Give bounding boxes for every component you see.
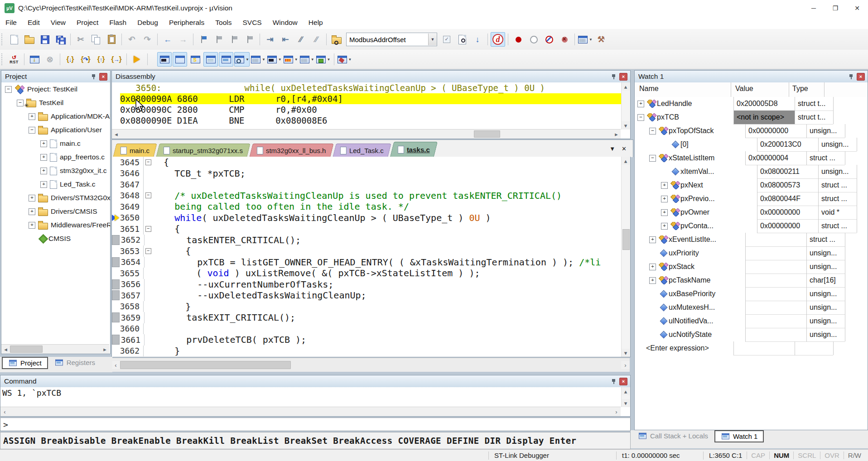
- disassembly-vscrollbar[interactable]: ▴ ▾: [621, 82, 630, 130]
- tab-startup-stm32g071xx-s[interactable]: startup_stm32g071xx.s: [156, 144, 251, 157]
- watch-row-pxtcb[interactable]: −pxTCB<not in scope>struct t...: [635, 110, 868, 124]
- editor-line-3648[interactable]: 3648− /* uxDeletedTasksWaitingCleanUp is…: [112, 190, 622, 202]
- project-tree-item-application-mdk-arm[interactable]: +Application/MDK-ARM: [1, 110, 110, 123]
- close-button[interactable]: ✕: [846, 0, 868, 16]
- editor-line-3658[interactable]: 3658 }: [112, 301, 622, 312]
- indent-button[interactable]: ⇥: [263, 32, 277, 47]
- editor-line-3657[interactable]: 3657 --uxDeletedTasksWaitingCleanUp;: [112, 290, 622, 301]
- watch-row-pxprevio[interactable]: +pxPrevio...0x0800044Fstruct ...: [635, 192, 868, 206]
- tab-led-task-c[interactable]: Led_Task.c: [333, 144, 391, 157]
- toolbar-grip[interactable]: [1, 34, 5, 45]
- editor-line-3654[interactable]: 3654 pxTCB = listGET_OWNER_OF_HEAD_ENTRY…: [112, 257, 622, 268]
- pin-icon[interactable]: [91, 74, 96, 79]
- watch-col-value[interactable]: Value: [735, 85, 753, 93]
- editor-vscrollbar[interactable]: ▴ ▾: [621, 157, 630, 357]
- watch-value[interactable]: 0x00000004: [745, 151, 806, 165]
- watch-value[interactable]: [745, 301, 806, 315]
- fold-collapse-icon[interactable]: −: [145, 226, 151, 232]
- enable-disable-breakpoint-button[interactable]: [526, 32, 541, 47]
- comment-selection-button[interactable]: ∕∕: [294, 32, 308, 47]
- tree-expander-icon[interactable]: +: [40, 140, 47, 147]
- menu-item-edit[interactable]: Edit: [22, 16, 45, 29]
- project-tree-item-application-user[interactable]: −Application/User: [1, 123, 110, 137]
- tree-expander-icon[interactable]: +: [661, 223, 668, 230]
- bookmark-next-button[interactable]: [227, 32, 241, 47]
- watch-value[interactable]: [745, 328, 806, 342]
- tab-close-icon[interactable]: ✕: [622, 145, 627, 152]
- tree-expander-icon[interactable]: +: [40, 181, 47, 188]
- watch-value[interactable]: 0x08000211: [757, 165, 818, 179]
- menu-item-view[interactable]: View: [45, 16, 71, 29]
- tree-expander-icon[interactable]: +: [40, 154, 47, 161]
- scroll-thumb[interactable]: [10, 346, 43, 353]
- save-all-button[interactable]: [53, 32, 68, 47]
- editor-line-3650[interactable]: 3650 while( uxDeletedTasksWaitingCleanUp…: [112, 212, 622, 224]
- tree-expander-icon[interactable]: +: [649, 264, 656, 270]
- tree-expander-icon[interactable]: −: [5, 86, 12, 93]
- fold-collapse-icon[interactable]: −: [145, 248, 151, 254]
- scroll-down-icon[interactable]: ▾: [622, 349, 630, 357]
- scroll-left-icon[interactable]: ‹: [111, 361, 120, 369]
- pin-icon[interactable]: [849, 74, 854, 79]
- watch-value[interactable]: 0x0800044F: [757, 192, 818, 206]
- menu-item-project[interactable]: Project: [71, 16, 104, 29]
- tree-expander-icon[interactable]: −: [29, 127, 35, 134]
- editor-line-3651[interactable]: 3651− {: [112, 223, 622, 235]
- disassembly-line[interactable]: 0x0800090A 6860 LDR r0,[r4,#0x04]: [120, 93, 622, 104]
- editor-hscrollbar[interactable]: ‹ ›: [111, 358, 630, 372]
- minimize-button[interactable]: ─: [803, 0, 825, 16]
- disassembly-hscrollbar[interactable]: ◂ ▸: [112, 129, 621, 139]
- editor-line-3649[interactable]: 3649 being called too often in the idle …: [112, 201, 622, 212]
- watch-value[interactable]: 0x200013C0: [757, 138, 818, 152]
- scroll-left-icon[interactable]: ◂: [1, 345, 10, 353]
- watch-row-ucnotifystate[interactable]: +ucNotifyStateunsign...: [635, 328, 868, 341]
- editor-line-3656[interactable]: 3656 --uxCurrentNumberOfTasks;: [112, 279, 622, 290]
- tree-expander-icon[interactable]: +: [29, 113, 35, 120]
- project-tree-item-project-testkeil[interactable]: −Project: TestKeil: [1, 82, 110, 96]
- watch-col-name[interactable]: Name: [639, 85, 659, 93]
- watch-row-xeventlistite[interactable]: +xEventListIte...struct ...: [635, 233, 868, 246]
- symbol-window-button[interactable]: [188, 52, 203, 67]
- maximize-button[interactable]: ❐: [825, 0, 846, 16]
- tab-project[interactable]: Project: [2, 357, 48, 369]
- disassembly-line[interactable]: 3650: while( uxDeletedTasksWaitingCleanU…: [120, 82, 622, 93]
- tab-list-dropdown-icon[interactable]: ▼: [609, 145, 615, 152]
- fold-margin[interactable]: −: [143, 245, 153, 257]
- navigate-forward-button[interactable]: →: [176, 32, 190, 47]
- watch-value[interactable]: 0x00000000: [757, 206, 818, 220]
- watch-value[interactable]: [745, 233, 806, 247]
- menu-item-peripherals[interactable]: Peripherals: [164, 16, 210, 29]
- fold-margin[interactable]: −: [143, 223, 153, 235]
- tree-expander-icon[interactable]: +: [661, 209, 668, 216]
- menu-item-file[interactable]: File: [0, 16, 22, 29]
- editor-line-3662[interactable]: 3662 }: [112, 346, 622, 357]
- call-stack-window-button[interactable]: [219, 52, 233, 67]
- menu-item-help[interactable]: Help: [303, 16, 328, 29]
- project-tree-item-main-c[interactable]: +main.c: [1, 137, 110, 150]
- scroll-thumb[interactable]: [622, 229, 630, 250]
- tab-watch-1[interactable]: Watch 1: [714, 430, 764, 442]
- editor-line-3652[interactable]: 3652 taskENTER_CRITICAL();: [112, 235, 622, 246]
- project-tree-item-drivers-cmsis[interactable]: +Drivers/CMSIS: [1, 205, 110, 218]
- tree-expander-icon[interactable]: −: [649, 155, 656, 162]
- watch-row-pxtopofstack[interactable]: −pxTopOfStack0x00000000unsign...: [635, 124, 868, 138]
- step-into-button[interactable]: {↓}: [63, 52, 77, 67]
- bookmark-toggle-button[interactable]: [196, 32, 211, 47]
- watch-value[interactable]: [745, 246, 806, 260]
- uncomment-selection-button[interactable]: ∕∕: [309, 32, 323, 47]
- disassembly-content[interactable]: 3650: while( uxDeletedTasksWaitingCleanU…: [112, 82, 622, 130]
- watch-value[interactable]: [745, 260, 806, 274]
- project-tree-item-stm32g0xx-it-c[interactable]: +stm32g0xx_it.c: [1, 164, 110, 178]
- watch-row-pctaskname[interactable]: +pcTaskNamechar[16]: [635, 274, 868, 287]
- search-input[interactable]: [347, 34, 428, 45]
- fold-collapse-icon[interactable]: −: [145, 159, 151, 165]
- tab-main-c[interactable]: main.c: [113, 144, 157, 157]
- editor-line-3646[interactable]: 3646 TCB_t *pxTCB;: [112, 168, 622, 179]
- watch-value[interactable]: 0x00000000: [745, 124, 806, 138]
- editor-line-3660[interactable]: 3660: [112, 323, 622, 335]
- project-tree-item-app-freertos-c[interactable]: +app_freertos.c: [1, 150, 110, 164]
- tree-expander-icon[interactable]: −: [637, 114, 644, 121]
- watch-row-xitemval[interactable]: +xItemVal...0x08000211unsign...: [635, 165, 868, 178]
- watch-value[interactable]: 0x08000573: [757, 178, 818, 192]
- watch-row-enter-expression[interactable]: +<Enter expression>: [635, 341, 868, 355]
